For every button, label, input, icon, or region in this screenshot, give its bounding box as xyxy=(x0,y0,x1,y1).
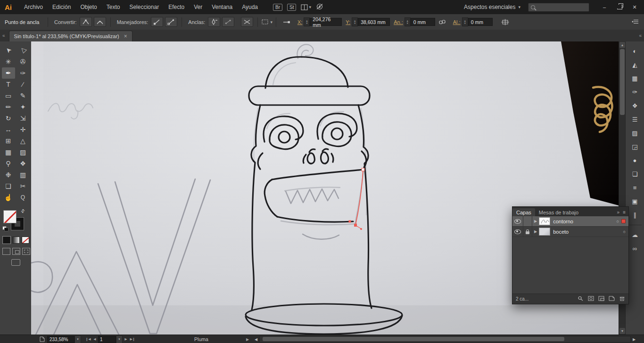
convert-to-corner-button[interactable] xyxy=(80,17,92,27)
gradient-tool[interactable]: ▨ xyxy=(17,147,30,158)
transparency-panel-icon[interactable]: ◲ xyxy=(628,142,642,152)
y-field[interactable]: 38,603 mm xyxy=(358,18,390,26)
bridge-button[interactable]: Br xyxy=(273,4,282,11)
layer-row-contorno[interactable]: ▶ contorno ○ xyxy=(512,216,628,227)
gradient-panel-icon[interactable]: ▨ xyxy=(628,128,642,138)
menu-edicion[interactable]: Edición xyxy=(48,4,75,10)
document-tab[interactable]: Sin título-1* al 233,58% (CMYK/Previsual… xyxy=(9,31,132,41)
width-label[interactable]: An.: xyxy=(394,19,403,25)
constrain-proportions-icon[interactable] xyxy=(436,17,448,27)
shape-builder-tool[interactable]: ⊞ xyxy=(2,135,15,147)
zoom-control[interactable]: 233,58% ▾ xyxy=(47,335,81,343)
panel-expand-chevrons[interactable]: » xyxy=(617,210,620,215)
minimize-button[interactable]: – xyxy=(597,2,612,12)
lock-toggle[interactable] xyxy=(523,216,532,226)
slice-tool[interactable]: ✂ xyxy=(17,180,30,192)
symbol-sprayer-tool[interactable]: ❉ xyxy=(2,169,15,180)
align-panel-icon[interactable]: ∥ xyxy=(628,210,642,220)
hide-handles-button[interactable] xyxy=(165,17,177,27)
isolate-selection-button[interactable]: ▾ xyxy=(261,19,272,25)
artboards-panel-icon[interactable]: ▣ xyxy=(628,196,642,206)
height-label[interactable]: Al.: xyxy=(453,19,461,25)
layer-thumbnail[interactable] xyxy=(539,217,550,225)
y-label[interactable]: Y: xyxy=(346,19,350,25)
default-fill-stroke-button[interactable] xyxy=(2,226,9,231)
zoom-field[interactable]: 233,58% xyxy=(47,336,74,343)
layer-name[interactable]: boceto xyxy=(553,229,569,235)
previous-artboard-button[interactable]: ◀ xyxy=(91,336,98,343)
x-field[interactable]: 204,276 mm xyxy=(310,18,342,26)
draw-inside-button[interactable] xyxy=(22,248,30,255)
menu-objeto[interactable]: Objeto xyxy=(75,4,101,10)
search-box[interactable] xyxy=(528,3,589,12)
menu-texto[interactable]: Texto xyxy=(102,4,125,10)
scroll-up-button[interactable]: ▲ xyxy=(619,42,625,48)
clipping-mask-icon[interactable] xyxy=(588,296,594,302)
scroll-left-button[interactable]: ◀ xyxy=(253,337,259,342)
appearance-panel-icon[interactable]: ● xyxy=(628,155,642,165)
line-segment-tool[interactable]: ∕ xyxy=(17,79,30,90)
draw-normal-button[interactable] xyxy=(2,248,10,255)
close-button[interactable]: ✕ xyxy=(627,2,642,12)
draw-behind-button[interactable] xyxy=(12,248,20,255)
paintbrush-tool[interactable]: ✎ xyxy=(17,90,30,101)
height-stepper[interactable]: ▲▼ xyxy=(462,17,468,26)
visibility-toggle[interactable] xyxy=(512,216,523,226)
artboard-number-input[interactable] xyxy=(98,336,116,343)
scroll-right-button[interactable]: ▶ xyxy=(631,337,637,342)
target-circle-icon[interactable]: ○ xyxy=(617,219,619,224)
artboard-tool[interactable]: ❏ xyxy=(2,180,15,192)
tab-mesas-de-trabajo[interactable]: Mesas de trabajo xyxy=(535,208,582,216)
transform-widget-icon[interactable] xyxy=(499,17,512,27)
x-label[interactable]: X: xyxy=(297,19,302,25)
first-artboard-button[interactable]: ❙◀ xyxy=(85,336,91,343)
hand-tool[interactable]: ☝ xyxy=(2,192,15,203)
scroll-down-button[interactable]: ▼ xyxy=(619,328,625,334)
horizontal-scroll-track[interactable] xyxy=(259,336,631,343)
control-panel-menu-icon[interactable] xyxy=(632,19,639,25)
status-expand-icon[interactable]: ▶ xyxy=(246,335,249,343)
zoom-tool[interactable]: Q xyxy=(17,192,30,203)
layers-panel-icon[interactable]: ≡ xyxy=(628,183,642,193)
swap-fill-stroke-icon[interactable]: ⇄ xyxy=(19,208,26,214)
expand-triangle-icon[interactable]: ▶ xyxy=(534,229,537,234)
lasso-tool[interactable]: ✇ xyxy=(17,56,30,67)
panel-menu-icon[interactable]: ≡ xyxy=(623,210,626,215)
rotate-tool[interactable]: ↻ xyxy=(2,113,15,124)
perspective-grid-tool[interactable]: △ xyxy=(17,135,30,147)
vertical-scroll-thumb[interactable] xyxy=(620,49,625,115)
gradient-button[interactable] xyxy=(12,237,20,244)
lock-toggle[interactable] xyxy=(523,227,532,237)
cut-path-button[interactable] xyxy=(241,17,253,27)
width-field[interactable]: 0 mm xyxy=(411,18,435,26)
blend-tool[interactable]: ❖ xyxy=(17,158,30,169)
menu-archivo[interactable]: Archivo xyxy=(19,4,48,10)
width-stepper[interactable]: ▲▼ xyxy=(405,17,411,26)
menu-ayuda[interactable]: Ayuda xyxy=(237,4,263,10)
shaper-tool[interactable]: ✦ xyxy=(17,101,30,113)
tab-capas[interactable]: Capas xyxy=(512,208,535,216)
none-button[interactable] xyxy=(22,237,29,244)
fill-swatch[interactable] xyxy=(3,210,17,223)
libraries-panel-icon[interactable]: ☁ xyxy=(628,230,642,240)
horizontal-scrollbar[interactable]: ◀ ▶ xyxy=(253,336,637,343)
show-handles-button[interactable] xyxy=(151,17,163,27)
menu-efecto[interactable]: Efecto xyxy=(164,4,189,10)
column-graph-tool[interactable]: ▥ xyxy=(17,169,30,180)
curvature-tool[interactable]: ✑ xyxy=(17,67,30,79)
x-stepper[interactable]: ▲▼ xyxy=(304,17,310,26)
delete-layer-icon[interactable] xyxy=(619,296,625,302)
height-field[interactable]: 0 mm xyxy=(468,18,493,26)
graphic-styles-panel-icon[interactable]: ❏ xyxy=(628,169,642,179)
new-sublayer-icon[interactable] xyxy=(598,296,604,302)
selection-tool[interactable]: ➤ xyxy=(2,45,15,56)
links-panel-icon[interactable]: ∞ xyxy=(628,244,642,253)
color-panel-icon[interactable]: ◐ xyxy=(628,46,642,56)
eyedropper-tool[interactable]: ⚲ xyxy=(2,158,15,169)
last-artboard-button[interactable]: ▶❙ xyxy=(129,336,136,343)
menu-ventana[interactable]: Ventana xyxy=(207,4,237,10)
zoom-chevron-icon[interactable]: ▾ xyxy=(74,335,81,343)
stock-button[interactable]: St xyxy=(287,4,296,11)
artboard-chevron-icon[interactable]: ▾ xyxy=(116,335,123,343)
symbols-panel-icon[interactable]: ❖ xyxy=(628,101,642,111)
